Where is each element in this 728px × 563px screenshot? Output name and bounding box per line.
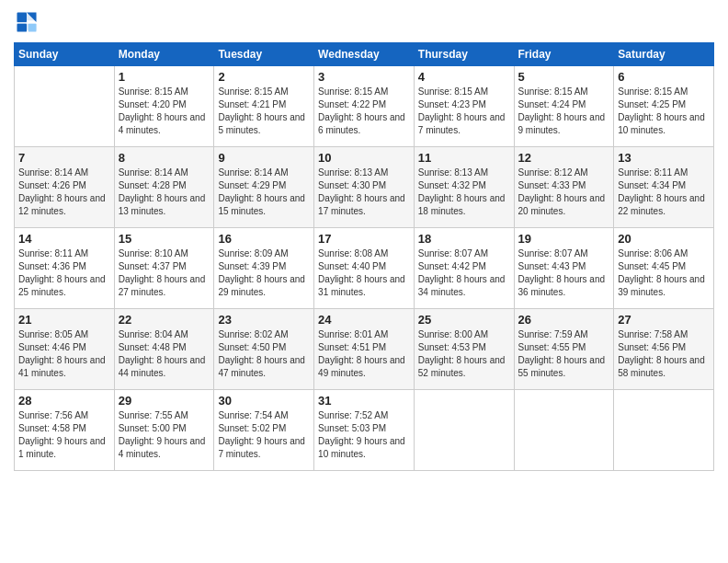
- weekday-header-tuesday: Tuesday: [214, 43, 314, 66]
- day-number: 24: [318, 313, 410, 327]
- page: SundayMondayTuesdayWednesdayThursdayFrid…: [0, 0, 728, 563]
- calendar-cell: 15Sunrise: 8:10 AMSunset: 4:37 PMDayligh…: [114, 228, 214, 309]
- day-number: 6: [618, 70, 710, 84]
- weekday-header-saturday: Saturday: [614, 43, 714, 66]
- day-number: 15: [119, 232, 210, 246]
- day-info: Sunrise: 8:05 AMSunset: 4:46 PMDaylight:…: [18, 328, 110, 380]
- day-info: Sunrise: 8:13 AMSunset: 4:32 PMDaylight:…: [418, 167, 510, 218]
- day-number: 2: [218, 70, 310, 84]
- day-info: Sunrise: 8:14 AMSunset: 4:29 PMDaylight:…: [218, 167, 310, 218]
- calendar-cell: 18Sunrise: 8:07 AMSunset: 4:42 PMDayligh…: [414, 228, 514, 309]
- calendar-cell: 5Sunrise: 8:15 AMSunset: 4:24 PMDaylight…: [514, 66, 614, 147]
- day-number: 1: [119, 70, 210, 84]
- day-number: 26: [518, 313, 610, 327]
- day-number: 22: [119, 313, 210, 327]
- calendar-cell: 12Sunrise: 8:12 AMSunset: 4:33 PMDayligh…: [514, 147, 614, 228]
- calendar-cell: 26Sunrise: 7:59 AMSunset: 4:55 PMDayligh…: [514, 309, 614, 390]
- calendar-cell: 21Sunrise: 8:05 AMSunset: 4:46 PMDayligh…: [15, 309, 115, 390]
- calendar-cell: 22Sunrise: 8:04 AMSunset: 4:48 PMDayligh…: [114, 309, 214, 390]
- day-info: Sunrise: 7:56 AMSunset: 4:58 PMDaylight:…: [18, 409, 110, 461]
- day-info: Sunrise: 8:15 AMSunset: 4:20 PMDaylight:…: [119, 86, 210, 137]
- day-number: 30: [218, 394, 310, 408]
- day-info: Sunrise: 8:15 AMSunset: 4:23 PMDaylight:…: [418, 86, 510, 137]
- calendar-cell: 9Sunrise: 8:14 AMSunset: 4:29 PMDaylight…: [214, 147, 314, 228]
- calendar-cell: 2Sunrise: 8:15 AMSunset: 4:21 PMDaylight…: [214, 66, 314, 147]
- calendar-week-row: 28Sunrise: 7:56 AMSunset: 4:58 PMDayligh…: [15, 390, 714, 471]
- day-info: Sunrise: 8:06 AMSunset: 4:45 PMDaylight:…: [618, 247, 710, 299]
- day-number: 14: [18, 232, 110, 246]
- calendar-week-row: 7Sunrise: 8:14 AMSunset: 4:26 PMDaylight…: [15, 147, 714, 228]
- day-info: Sunrise: 8:15 AMSunset: 4:21 PMDaylight:…: [218, 86, 310, 137]
- calendar-cell: 16Sunrise: 8:09 AMSunset: 4:39 PMDayligh…: [214, 228, 314, 309]
- calendar-cell: 28Sunrise: 7:56 AMSunset: 4:58 PMDayligh…: [15, 390, 115, 471]
- day-info: Sunrise: 7:59 AMSunset: 4:55 PMDaylight:…: [518, 328, 610, 380]
- svg-rect-3: [17, 24, 28, 32]
- calendar-cell: 1Sunrise: 8:15 AMSunset: 4:20 PMDaylight…: [114, 66, 214, 147]
- day-number: 4: [418, 70, 510, 84]
- day-info: Sunrise: 8:11 AMSunset: 4:34 PMDaylight:…: [618, 167, 710, 218]
- calendar-cell: [614, 390, 714, 471]
- header: [14, 9, 714, 35]
- day-info: Sunrise: 8:15 AMSunset: 4:25 PMDaylight:…: [618, 86, 710, 137]
- day-info: Sunrise: 8:13 AMSunset: 4:30 PMDaylight:…: [318, 167, 410, 218]
- calendar-cell: 30Sunrise: 7:54 AMSunset: 5:02 PMDayligh…: [214, 390, 314, 471]
- day-info: Sunrise: 8:07 AMSunset: 4:42 PMDaylight:…: [418, 247, 510, 299]
- logo-icon: [14, 9, 40, 35]
- day-number: 7: [18, 151, 110, 165]
- calendar-table: SundayMondayTuesdayWednesdayThursdayFrid…: [14, 42, 714, 471]
- day-info: Sunrise: 8:14 AMSunset: 4:28 PMDaylight:…: [119, 167, 210, 218]
- day-info: Sunrise: 8:11 AMSunset: 4:36 PMDaylight:…: [18, 247, 110, 299]
- day-number: 10: [318, 151, 410, 165]
- calendar-cell: 13Sunrise: 8:11 AMSunset: 4:34 PMDayligh…: [614, 147, 714, 228]
- day-number: 29: [119, 394, 210, 408]
- calendar-cell: 23Sunrise: 8:02 AMSunset: 4:50 PMDayligh…: [214, 309, 314, 390]
- day-number: 12: [518, 151, 610, 165]
- svg-rect-4: [28, 24, 37, 32]
- day-number: 17: [318, 232, 410, 246]
- calendar-cell: 11Sunrise: 8:13 AMSunset: 4:32 PMDayligh…: [414, 147, 514, 228]
- calendar-cell: 27Sunrise: 7:58 AMSunset: 4:56 PMDayligh…: [614, 309, 714, 390]
- day-info: Sunrise: 7:54 AMSunset: 5:02 PMDaylight:…: [218, 409, 310, 461]
- day-info: Sunrise: 8:01 AMSunset: 4:51 PMDaylight:…: [318, 328, 410, 380]
- day-info: Sunrise: 8:02 AMSunset: 4:50 PMDaylight:…: [218, 328, 310, 380]
- day-info: Sunrise: 7:55 AMSunset: 5:00 PMDaylight:…: [119, 409, 210, 461]
- day-info: Sunrise: 8:10 AMSunset: 4:37 PMDaylight:…: [119, 247, 210, 299]
- day-info: Sunrise: 8:15 AMSunset: 4:24 PMDaylight:…: [518, 86, 610, 137]
- calendar-cell: 31Sunrise: 7:52 AMSunset: 5:03 PMDayligh…: [314, 390, 415, 471]
- day-info: Sunrise: 8:12 AMSunset: 4:33 PMDaylight:…: [518, 167, 610, 218]
- calendar-cell: 19Sunrise: 8:07 AMSunset: 4:43 PMDayligh…: [514, 228, 614, 309]
- day-info: Sunrise: 8:14 AMSunset: 4:26 PMDaylight:…: [18, 167, 110, 218]
- day-number: 23: [218, 313, 310, 327]
- weekday-header-thursday: Thursday: [414, 43, 514, 66]
- day-number: 21: [18, 313, 110, 327]
- day-number: 16: [218, 232, 310, 246]
- calendar-week-row: 21Sunrise: 8:05 AMSunset: 4:46 PMDayligh…: [15, 309, 714, 390]
- day-number: 11: [418, 151, 510, 165]
- logo: [14, 9, 43, 35]
- calendar-cell: 4Sunrise: 8:15 AMSunset: 4:23 PMDaylight…: [414, 66, 514, 147]
- day-number: 20: [618, 232, 710, 246]
- calendar-cell: 17Sunrise: 8:08 AMSunset: 4:40 PMDayligh…: [314, 228, 415, 309]
- calendar-week-row: 1Sunrise: 8:15 AMSunset: 4:20 PMDaylight…: [15, 66, 714, 147]
- day-number: 31: [318, 394, 410, 408]
- calendar-cell: 3Sunrise: 8:15 AMSunset: 4:22 PMDaylight…: [314, 66, 415, 147]
- calendar-cell: 6Sunrise: 8:15 AMSunset: 4:25 PMDaylight…: [614, 66, 714, 147]
- day-info: Sunrise: 8:07 AMSunset: 4:43 PMDaylight:…: [518, 247, 610, 299]
- calendar-cell: 7Sunrise: 8:14 AMSunset: 4:26 PMDaylight…: [15, 147, 115, 228]
- day-info: Sunrise: 8:08 AMSunset: 4:40 PMDaylight:…: [318, 247, 410, 299]
- weekday-header-row: SundayMondayTuesdayWednesdayThursdayFrid…: [15, 43, 714, 66]
- calendar-week-row: 14Sunrise: 8:11 AMSunset: 4:36 PMDayligh…: [15, 228, 714, 309]
- calendar-cell: 20Sunrise: 8:06 AMSunset: 4:45 PMDayligh…: [614, 228, 714, 309]
- day-info: Sunrise: 8:00 AMSunset: 4:53 PMDaylight:…: [418, 328, 510, 380]
- day-info: Sunrise: 7:58 AMSunset: 4:56 PMDaylight:…: [618, 328, 710, 380]
- calendar-cell: 10Sunrise: 8:13 AMSunset: 4:30 PMDayligh…: [314, 147, 415, 228]
- day-number: 13: [618, 151, 710, 165]
- calendar-cell: 14Sunrise: 8:11 AMSunset: 4:36 PMDayligh…: [15, 228, 115, 309]
- day-info: Sunrise: 8:15 AMSunset: 4:22 PMDaylight:…: [318, 86, 410, 137]
- day-number: 5: [518, 70, 610, 84]
- day-number: 19: [518, 232, 610, 246]
- weekday-header-wednesday: Wednesday: [314, 43, 415, 66]
- day-number: 8: [119, 151, 210, 165]
- day-info: Sunrise: 8:09 AMSunset: 4:39 PMDaylight:…: [218, 247, 310, 299]
- day-number: 9: [218, 151, 310, 165]
